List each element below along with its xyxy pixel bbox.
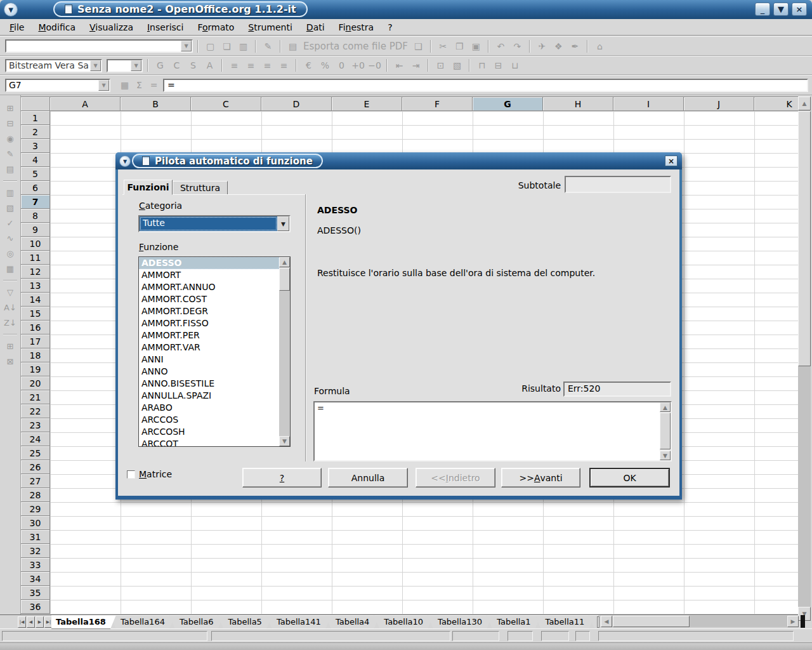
sheet-tab-tabella5[interactable]: Tabella5	[218, 615, 272, 629]
menu-modifica[interactable]: Modifica	[31, 20, 82, 34]
standard-format-icon[interactable]: 0	[334, 58, 349, 72]
function-list-item[interactable]: AMMORT.ANNUO	[139, 281, 279, 293]
row-header-5[interactable]: 5	[21, 167, 50, 181]
row-header-2[interactable]: 2	[21, 125, 50, 139]
cut-icon[interactable]: ✂	[436, 39, 450, 53]
insert-cells-icon[interactable]: ⊟	[3, 117, 18, 130]
row-header-21[interactable]: 21	[21, 390, 50, 404]
cell-reference-value[interactable]: G7	[6, 80, 98, 91]
row-header-25[interactable]: 25	[21, 446, 50, 460]
column-header-i[interactable]: I	[613, 97, 684, 111]
back-button[interactable]: << Indietro	[416, 468, 495, 488]
row-header-19[interactable]: 19	[21, 362, 50, 376]
sheet-tab-tabella141[interactable]: Tabella141	[266, 615, 331, 629]
tab-splitter-handle[interactable]	[597, 616, 599, 628]
spellcheck-icon[interactable]: ✓	[3, 216, 18, 230]
row-header-28[interactable]: 28	[21, 488, 50, 502]
row-header-31[interactable]: 31	[21, 530, 50, 544]
category-combobox[interactable]: Tutte ▼	[138, 215, 291, 232]
row-header-27[interactable]: 27	[21, 474, 50, 488]
next-button[interactable]: >> Avanti	[501, 468, 580, 488]
percent-format-icon[interactable]: %	[318, 58, 332, 72]
row-header-15[interactable]: 15	[21, 307, 50, 321]
row-header-24[interactable]: 24	[21, 432, 50, 446]
row-header-22[interactable]: 22	[21, 404, 50, 418]
formula-scrollbar[interactable]: ▲ ▼	[660, 402, 671, 460]
row-header-10[interactable]: 10	[21, 237, 50, 251]
next-sheet-button[interactable]: ▶	[36, 616, 44, 628]
insert-icon[interactable]: ⊞	[3, 102, 18, 115]
column-header-f[interactable]: F	[402, 97, 473, 111]
function-list-item[interactable]: ARCCOT	[139, 438, 279, 447]
row-header-12[interactable]: 12	[21, 265, 50, 279]
align-bottom-icon[interactable]: ⊔	[508, 58, 522, 72]
cell-reference-box[interactable]: G7 ▼	[5, 79, 110, 92]
row-header-3[interactable]: 3	[21, 139, 50, 153]
row-header-35[interactable]: 35	[21, 586, 50, 600]
gallery-icon[interactable]: ⌂	[593, 39, 607, 53]
undo-icon[interactable]: ↶	[494, 39, 508, 53]
column-header-j[interactable]: J	[684, 97, 754, 111]
sum-icon[interactable]: Σ	[132, 78, 147, 92]
sheet-tab-tabella4[interactable]: Tabella4	[325, 615, 379, 629]
chevron-down-icon[interactable]: ▼	[98, 80, 109, 91]
dialog-menu-button[interactable]: ▼	[119, 156, 131, 167]
hyperlink-icon[interactable]: ❖	[551, 39, 566, 53]
menu-strumenti[interactable]: Strumenti	[241, 20, 299, 34]
data-sources-icon[interactable]: ▦	[3, 262, 18, 275]
save-icon[interactable]: ▥	[236, 39, 251, 53]
function-list-item[interactable]: AMMORT.DEGR	[139, 305, 279, 317]
find-replace-icon[interactable]: ◎	[3, 247, 18, 260]
function-list-item[interactable]: ANNO.BISESTILE	[139, 378, 279, 390]
row-header-9[interactable]: 9	[21, 223, 50, 237]
ungroup-icon[interactable]: ⊠	[3, 355, 18, 368]
row-header-26[interactable]: 26	[21, 460, 50, 474]
row-header-33[interactable]: 33	[21, 558, 50, 572]
column-header-k[interactable]: K	[754, 97, 798, 111]
align-vcenter-icon[interactable]: ⊟	[491, 58, 506, 72]
scroll-down-icon[interactable]: ▼	[660, 451, 671, 460]
redo-icon[interactable]: ↷	[510, 39, 525, 53]
combo-value[interactable]	[6, 41, 181, 51]
function-listbox[interactable]: ADESSOAMMORTAMMORT.ANNUOAMMORT.COSTAMMOR…	[138, 256, 291, 447]
row-header-20[interactable]: 20	[21, 376, 50, 390]
maximize-button[interactable]: ▼	[773, 3, 789, 16]
menu-file[interactable]: File	[3, 20, 31, 34]
tab-funzioni[interactable]: Funzioni	[124, 180, 173, 195]
url-combobox[interactable]: ▼	[5, 39, 193, 53]
scroll-left-icon[interactable]: ◀	[601, 616, 612, 627]
print-icon[interactable]: ❑	[411, 39, 426, 53]
insert-draw-icon[interactable]: ✒	[568, 39, 582, 53]
copy-icon[interactable]: ❐	[452, 39, 467, 53]
scroll-right-icon[interactable]: ▶	[787, 616, 799, 627]
function-list-item[interactable]: ARABO	[139, 402, 279, 414]
row-header-18[interactable]: 18	[21, 348, 50, 362]
column-header-e[interactable]: E	[332, 97, 402, 111]
autoformat-icon[interactable]: ▧	[3, 201, 18, 215]
combo-value[interactable]: Bitstream Vera Sa	[6, 60, 90, 71]
column-header-b[interactable]: B	[121, 97, 191, 111]
row-header-13[interactable]: 13	[21, 279, 50, 293]
formula-scrollbar-thumb[interactable]	[660, 413, 671, 449]
row-header-32[interactable]: 32	[21, 544, 50, 558]
delete-decimal-icon[interactable]: −0	[367, 58, 382, 72]
function-icon[interactable]: =	[147, 78, 161, 92]
column-header-d[interactable]: D	[261, 97, 332, 111]
sheet-tab-tabella10[interactable]: Tabella10	[374, 615, 433, 629]
insert-sheet-icon[interactable]: ▥	[3, 186, 18, 199]
font-color-icon[interactable]: A	[202, 58, 217, 72]
formula-text[interactable]: =	[315, 402, 671, 413]
underline-icon[interactable]: S	[186, 58, 200, 72]
chevron-down-icon[interactable]: ▼	[277, 216, 289, 231]
sort-descending-icon[interactable]: Z↓	[3, 316, 18, 329]
borders-icon[interactable]: ⊡	[433, 58, 448, 72]
previous-sheet-button[interactable]: ◀	[27, 616, 35, 628]
vertical-scrollbar-thumb[interactable]	[798, 111, 811, 366]
function-list-scrollbar[interactable]: ▲ ▼	[279, 257, 290, 446]
currency-format-icon[interactable]: €	[301, 58, 316, 72]
autospellcheck-icon[interactable]: ∿	[3, 232, 18, 245]
tab-struttura[interactable]: Struttura	[173, 181, 228, 195]
function-list-item[interactable]: AMMORT.FISSO	[139, 317, 279, 329]
cancel-button[interactable]: Annulla	[328, 468, 408, 488]
row-header-36[interactable]: 36	[21, 600, 50, 614]
